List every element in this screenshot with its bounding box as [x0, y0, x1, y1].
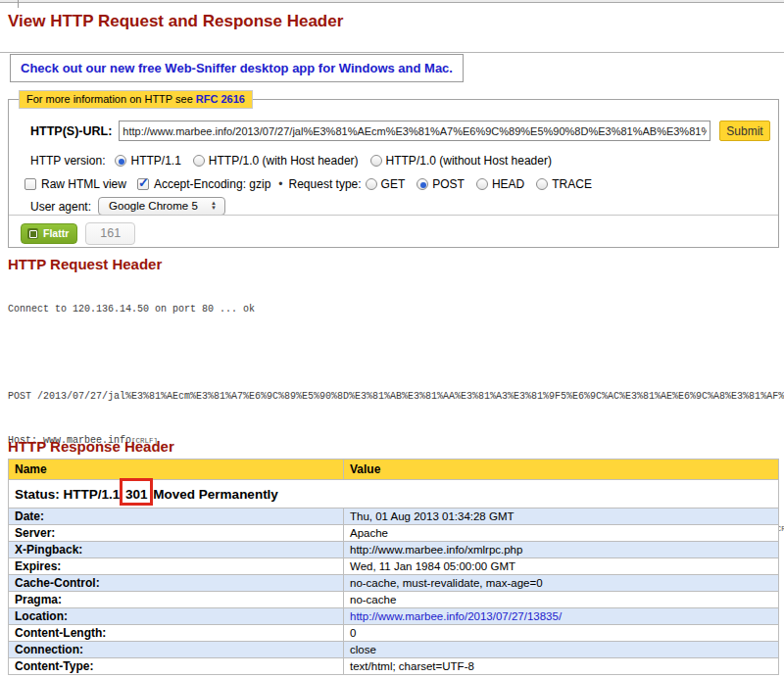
header-name-cell: Expires:: [9, 558, 344, 575]
select-arrows-icon: ▲▼: [211, 201, 217, 211]
rfc-2616-link[interactable]: RFC 2616: [196, 93, 245, 105]
http-version-label: HTTP version:: [30, 154, 105, 168]
request-line-text: POST /2013/07/27/jal%E3%81%AEcm%E3%81%A7…: [8, 391, 784, 402]
header-value-text: 0: [350, 627, 356, 639]
user-agent-selected-value: Google Chrome 5: [109, 200, 199, 212]
request-line-text: Connect to 120.136.14.50 on port 80 ... …: [8, 304, 255, 315]
request-header-line: Connect to 120.136.14.50 on port 80 ... …: [8, 304, 784, 315]
header-value-text: Thu, 01 Aug 2013 01:34:28 GMT: [350, 510, 514, 522]
radio-get-label: GET: [381, 177, 406, 191]
gzip-checkbox[interactable]: [137, 178, 149, 190]
header-value-cell: no-cache: [344, 592, 779, 608]
flattr-button[interactable]: Flattr: [21, 223, 77, 244]
radio-trace[interactable]: [536, 178, 548, 190]
column-header-name: Name: [9, 460, 344, 480]
location-link[interactable]: http://www.marbee.info/2013/07/27/13835/: [350, 610, 562, 622]
flattr-icon: [27, 228, 38, 239]
status-code: 301: [123, 487, 150, 502]
header-value-cell: text/html; charset=UTF-8: [344, 658, 779, 675]
header-name-cell: X-Pingback:: [9, 542, 344, 558]
header-name-cell: Cache-Control:: [9, 575, 344, 592]
header-value-cell: Apache: [344, 525, 779, 542]
request-header-line: [8, 348, 784, 359]
page-title: View HTTP Request and Response Header: [8, 12, 343, 31]
table-row: Location: http://www.marbee.info/2013/07…: [9, 608, 779, 625]
table-row: Server: Apache: [9, 525, 779, 542]
header-value-cell: Thu, 01 Aug 2013 01:34:28 GMT: [344, 508, 779, 525]
header-name-cell: Location:: [9, 608, 344, 625]
status-row: Status: HTTP/1.1 301 Moved Permanently: [9, 480, 779, 508]
url-label: HTTP(S)-URL:: [30, 124, 112, 138]
radio-head-label: HEAD: [492, 177, 524, 191]
radio-http-1-1-label: HTTP/1.1: [130, 154, 180, 168]
header-value-cell: no-cache, must-revalidate, max-age=0: [344, 575, 779, 592]
radio-http-1-0-nohost[interactable]: [370, 155, 382, 167]
table-row: Cache-Control: no-cache, must-revalidate…: [9, 575, 779, 592]
status-text: Moved Permanently: [153, 487, 278, 502]
panel-legend: For more information on HTTP see RFC 261…: [19, 90, 253, 109]
options-row: Raw HTML view Accept-Encoding: gzip • Re…: [24, 177, 594, 191]
radio-http-1-0-nohost-label: HTTP/1.0 (without Host header): [386, 154, 552, 168]
header-value-text: no-cache, must-revalidate, max-age=0: [350, 577, 543, 589]
radio-head[interactable]: [476, 178, 488, 190]
http-version-row: HTTP version: HTTP/1.1 HTTP/1.0 (with Ho…: [30, 154, 554, 168]
raw-html-label: Raw HTML view: [41, 177, 126, 191]
radio-http-1-0-host[interactable]: [193, 155, 205, 167]
header-value-text: Apache: [350, 527, 388, 539]
web-sniffer-page: View HTTP Request and Response Header Ch…: [0, 0, 784, 678]
horizontal-rule: [0, 52, 784, 53]
user-agent-select[interactable]: Google Chrome 5 ▲▼: [98, 197, 225, 216]
header-value-text: text/html; charset=UTF-8: [350, 660, 474, 672]
request-header-heading: HTTP Request Header: [8, 256, 162, 272]
window-edge-artifact: [18, 0, 19, 8]
legend-text: For more information on HTTP see: [26, 93, 196, 105]
header-value-text: http://www.marbee.info/xmlrpc.php: [350, 544, 522, 556]
header-value-cell: 0: [344, 625, 779, 642]
header-value-text: no-cache: [350, 594, 396, 605]
promo-link[interactable]: Check out our new free Web-Sniffer deskt…: [21, 61, 453, 75]
table-row: X-Pingback: http://www.marbee.info/xmlrp…: [9, 542, 779, 558]
radio-post-label: POST: [432, 177, 465, 191]
radio-get[interactable]: [366, 178, 377, 190]
header-name-cell: Pragma:: [9, 592, 344, 608]
gzip-label: Accept-Encoding: gzip: [154, 177, 270, 191]
header-name-cell: Content-Length:: [9, 625, 344, 642]
radio-http-1-1[interactable]: [115, 155, 126, 167]
status-cell: Status: HTTP/1.1 301 Moved Permanently: [9, 480, 779, 508]
table-row: Pragma: no-cache: [9, 592, 779, 608]
flattr-row: Flattr 161: [21, 222, 135, 245]
response-header-table: Name Value Status: HTTP/1.1 301 Moved Pe…: [8, 459, 779, 675]
raw-html-checkbox[interactable]: [24, 178, 36, 190]
radio-post[interactable]: [416, 178, 428, 190]
header-value-cell: close: [344, 642, 779, 658]
header-name-cell: Date:: [9, 508, 344, 525]
header-value-cell: http://www.marbee.info/xmlrpc.php: [344, 542, 779, 558]
top-border: [0, 0, 784, 3]
promo-box: Check out our new free Web-Sniffer deskt…: [10, 54, 464, 82]
header-name-cell: Server:: [9, 525, 344, 542]
user-agent-row: User agent: Google Chrome 5 ▲▼: [30, 197, 225, 216]
response-header-heading: HTTP Response Header: [8, 438, 174, 455]
submit-button[interactable]: Submit: [719, 121, 770, 141]
header-value-cell: http://www.marbee.info/2013/07/27/13835/: [344, 608, 779, 625]
url-input[interactable]: [119, 121, 710, 141]
table-row: Expires: Wed, 11 Jan 1984 05:00:00 GMT: [9, 558, 779, 575]
flattr-count[interactable]: 161: [85, 222, 135, 245]
column-header-value: Value: [344, 460, 779, 480]
header-value-text: Wed, 11 Jan 1984 05:00:00 GMT: [350, 560, 515, 572]
table-header-row: Name Value: [9, 460, 779, 480]
radio-http-1-0-host-label: HTTP/1.0 (with Host header): [209, 154, 359, 168]
request-header-line: POST /2013/07/27/jal%E3%81%AEcm%E3%81%A7…: [8, 391, 784, 403]
table-row: Content-Type: text/html; charset=UTF-8: [9, 658, 779, 675]
header-value-text: close: [350, 644, 376, 655]
table-row: Date: Thu, 01 Aug 2013 01:34:28 GMT: [9, 508, 779, 525]
radio-trace-label: TRACE: [552, 177, 592, 191]
request-type-label: Request type:: [289, 177, 362, 191]
table-row: Content-Length: 0: [9, 625, 779, 642]
bullet-separator: •: [278, 177, 282, 191]
header-name-cell: Connection:: [9, 642, 344, 658]
flattr-button-label: Flattr: [43, 227, 69, 239]
user-agent-label: User agent:: [30, 200, 91, 214]
header-value-cell: Wed, 11 Jan 1984 05:00:00 GMT: [344, 558, 779, 575]
table-row: Connection: close: [9, 642, 779, 658]
